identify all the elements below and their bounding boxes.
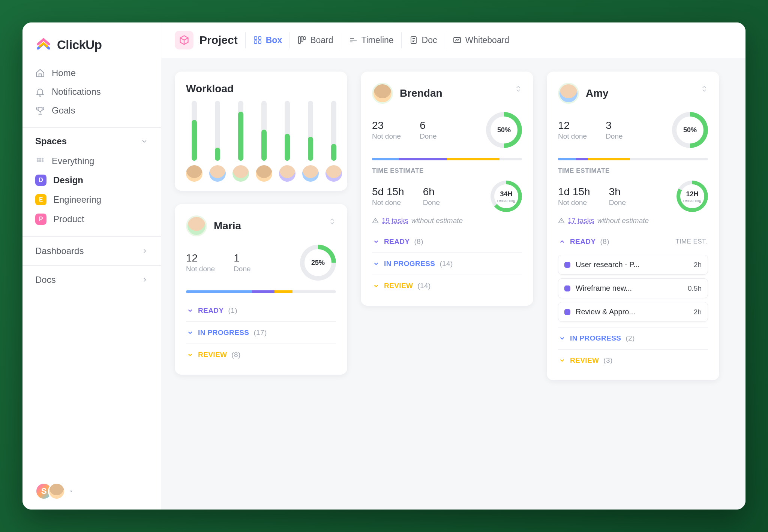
person-avatar[interactable] (558, 83, 579, 104)
svg-rect-12 (304, 37, 305, 40)
progress-pct: 50% (683, 126, 697, 134)
person-avatar[interactable] (326, 165, 342, 182)
nav-home[interactable]: Home (30, 64, 153, 82)
workload-bar[interactable] (256, 101, 272, 182)
view-board[interactable]: Board (290, 32, 340, 48)
te-done: 6h (423, 186, 440, 198)
status-group-in-progress[interactable]: IN PROGRESS (2) (558, 327, 708, 349)
space-label: Everything (52, 156, 94, 166)
workload-chart (186, 103, 336, 182)
board: Workload Maria 12Not done 1Done 25% READ… (161, 58, 746, 510)
timeline-view-icon (349, 36, 358, 45)
te-done: 3h (609, 186, 626, 198)
status-group-in-progress[interactable]: IN PROGRESS (17) (186, 321, 336, 344)
person-avatar[interactable] (302, 165, 319, 182)
chevron-down-icon (141, 137, 148, 145)
person-avatar[interactable] (232, 165, 249, 182)
not-done-count: 12 (186, 252, 215, 264)
status-group-review[interactable]: REVIEW (14) (372, 275, 522, 297)
person-avatar[interactable] (279, 165, 296, 182)
status-group-ready[interactable]: READY (8) TIME EST. (558, 231, 708, 253)
spaces-header[interactable]: Spaces (22, 127, 161, 150)
app-name: ClickUp (57, 38, 102, 52)
sidebar-section-dashboards[interactable]: Dashboards (22, 236, 161, 265)
no-estimate-link[interactable]: 19 tasks (382, 217, 408, 225)
status-group-review[interactable]: REVIEW (8) (186, 344, 336, 366)
status-group-review[interactable]: REVIEW (3) (558, 349, 708, 371)
space-design[interactable]: DDesign (30, 170, 153, 190)
workload-bar[interactable] (232, 101, 249, 182)
topbar: Project BoxBoardTimelineDocWhiteboard (161, 22, 746, 58)
no-estimate-link[interactable]: 17 tasks (568, 217, 594, 225)
view-timeline[interactable]: Timeline (341, 32, 401, 48)
task-item[interactable]: Wireframe new... 0.5h (558, 278, 708, 298)
workload-fill (192, 120, 197, 161)
status-group-ready[interactable]: READY (8) (372, 231, 522, 253)
view-label: Whiteboard (465, 35, 510, 45)
sidebar-section-docs[interactable]: Docs (22, 265, 161, 294)
view-whiteboard[interactable]: Whiteboard (445, 32, 517, 48)
workload-track (331, 101, 336, 161)
sidebar-footer[interactable]: S (22, 473, 161, 510)
view-box[interactable]: Box (245, 32, 290, 48)
caret-down-icon[interactable] (68, 488, 74, 494)
view-doc[interactable]: Doc (401, 32, 445, 48)
person-avatar[interactable] (186, 165, 202, 182)
space-label: Product (53, 214, 84, 224)
workload-bar[interactable] (186, 101, 202, 182)
status-name: REVIEW (384, 282, 413, 290)
person-avatar[interactable] (256, 165, 272, 182)
app-logo[interactable]: ClickUp (22, 22, 161, 62)
space-chip: E (35, 194, 46, 205)
expand-icon[interactable] (328, 218, 336, 227)
no-estimate-row[interactable]: 17 tasks without estimate (558, 217, 708, 225)
board-column: Amy 12Not done 3Done 50% TIME ESTIMATE 1… (547, 72, 719, 380)
chevron-down-icon (373, 238, 380, 245)
space-everything[interactable]: Everything (30, 152, 153, 170)
te-not-done: 5d 15h (372, 186, 404, 198)
expand-icon[interactable] (700, 85, 708, 94)
nav-label: Home (52, 68, 76, 78)
status-group-ready[interactable]: READY (1) (186, 300, 336, 321)
done-label: Done (606, 132, 622, 140)
project-icon-chip[interactable] (175, 31, 194, 49)
box-view-icon (253, 36, 262, 45)
nav-goals[interactable]: Goals (30, 101, 153, 120)
svg-rect-7 (258, 37, 261, 39)
workload-bar[interactable] (302, 101, 319, 182)
no-estimate-suffix: without estimate (411, 217, 463, 225)
done-count: 1 (234, 252, 250, 264)
person-avatar[interactable] (372, 83, 393, 104)
person-name: Maria (214, 220, 241, 232)
status-count: (8) (600, 238, 609, 246)
person-card-maria: Maria 12Not done 1Done 25% READY (1) IN … (175, 204, 347, 375)
workload-fill (261, 130, 267, 161)
workload-track (308, 101, 313, 161)
warning-icon (558, 217, 565, 224)
person-name: Brendan (400, 87, 442, 99)
cube-icon (179, 35, 189, 45)
workload-track (261, 101, 267, 161)
no-estimate-row[interactable]: 19 tasks without estimate (372, 217, 522, 225)
chevron-down-icon (187, 329, 194, 336)
task-item[interactable]: Review & Appro... 2h (558, 302, 708, 322)
workload-card: Workload (175, 72, 347, 191)
task-item[interactable]: User research - P... 2h (558, 255, 708, 275)
user-avatar-photo[interactable] (48, 483, 65, 500)
svg-rect-6 (254, 37, 257, 39)
workload-title: Workload (186, 83, 234, 95)
person-avatar[interactable] (209, 165, 226, 182)
space-engineering[interactable]: EEngineering (30, 190, 153, 209)
app-window: ClickUp Home Notifications Goals Spaces (22, 22, 746, 510)
expand-icon[interactable] (514, 85, 522, 94)
person-avatar[interactable] (186, 215, 207, 236)
task-estimate: 2h (694, 261, 702, 269)
status-group-in-progress[interactable]: IN PROGRESS (14) (372, 253, 522, 275)
chevron-down-icon (559, 357, 566, 364)
space-product[interactable]: PProduct (30, 209, 153, 229)
workload-bar[interactable] (279, 101, 296, 182)
workload-bar[interactable] (326, 101, 342, 182)
nav-notifications[interactable]: Notifications (30, 82, 153, 101)
progress-pct: 50% (497, 126, 511, 134)
workload-bar[interactable] (209, 101, 226, 182)
